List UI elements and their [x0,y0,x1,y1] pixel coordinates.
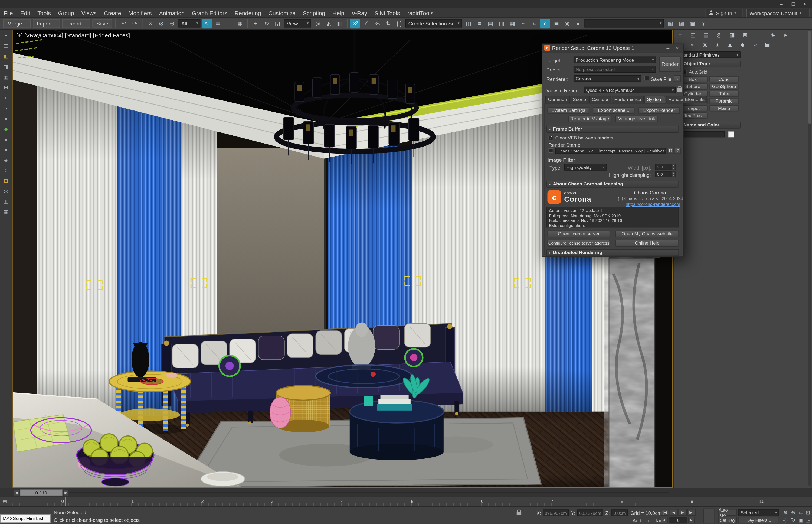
left-tool-icon[interactable]: ▲ [2,135,11,143]
create-selection-set-dropdown[interactable]: Create Selection Se▾ [406,19,462,28]
selection-lock-icon[interactable] [517,511,521,515]
render-stamp-checkbox[interactable] [548,148,553,153]
preset-dropdown[interactable]: No preset selected▾ [574,66,656,72]
menu-edit[interactable]: Edit [17,9,34,18]
maximize-viewport-icon[interactable]: ◳ [804,517,811,523]
open-license-server-button[interactable]: Open license server [547,231,610,238]
edit-named-selection-sets-icon[interactable]: { } [394,18,404,28]
tab-camera[interactable]: Camera [589,96,611,103]
select-by-name-icon[interactable]: ▤ [213,18,223,28]
display-filter-icon[interactable]: ▨ [677,18,687,28]
export-render-button[interactable]: Export+Render [638,107,680,114]
scene-explorer-icon[interactable]: ▥ [496,18,506,28]
create-panel-tab[interactable]: + [676,31,684,39]
export-scene-button[interactable]: Export scene... [593,107,635,114]
tab-render-elements[interactable]: Render Elements [665,96,707,103]
frame-buffer-rollout[interactable]: ▾Frame Buffer [546,126,679,133]
save-file-browse-button[interactable]: … [674,75,681,82]
reference-coordinate-dropdown[interactable]: View▾ [284,19,311,28]
left-tool-icon[interactable]: ● [2,115,11,122]
menu-tools[interactable]: Tools [34,9,55,18]
select-and-rotate-icon[interactable]: ↻ [262,18,272,28]
render-button[interactable]: Render [659,56,681,72]
spacewarps-category-icon[interactable]: ◆ [738,40,747,49]
left-tool-icon[interactable]: ○ [2,166,11,174]
use-pivot-point-icon[interactable]: ◎ [313,18,323,28]
menu-file[interactable]: File [0,9,17,18]
next-frame-button[interactable]: ▸ [688,517,695,523]
unlink-selection-icon[interactable]: ⊘ [156,18,166,28]
render-setup-icon[interactable]: ▣ [551,18,561,28]
time-slider[interactable]: 0 / 10 [20,489,63,496]
stamp-reset-button[interactable]: R [667,148,674,154]
curve-editor-icon[interactable]: ~ [518,18,528,28]
menu-rendering[interactable]: Rendering [231,9,265,18]
select-and-scale-icon[interactable]: ◱ [273,18,283,28]
filter-type-dropdown[interactable]: High Quality▾ [564,164,607,170]
systems-category-icon[interactable]: ○ [751,40,759,49]
hierarchy-panel-tab[interactable]: ▤ [702,31,710,39]
field-of-view-icon[interactable]: ◎ [782,517,789,523]
helpers-category-icon[interactable]: ▲ [726,40,734,49]
window-minimize-button[interactable]: – [776,1,787,8]
left-tool-icon[interactable]: ⊡ [2,177,11,185]
current-frame-marker[interactable] [65,497,66,506]
rendered-frame-window-icon[interactable]: ◉ [562,18,572,28]
select-and-link-icon[interactable]: ∝ [145,18,155,28]
primitive-cone-button[interactable]: Cone [709,76,739,82]
menu-help[interactable]: Help [329,9,348,18]
zoom-all-icon[interactable]: ⊖ [790,509,797,515]
panel-extra-icon[interactable]: ◈ [769,31,777,39]
primitive-geosphere-button[interactable]: GeoSphere [709,83,739,89]
primitive-pyramid-button[interactable]: Pyramid [709,98,739,104]
redo-icon[interactable]: ↷ [130,18,140,28]
snaps-toggle-icon[interactable]: 3² [351,18,360,28]
render-in-vantage-button[interactable]: Render in Vantage [569,116,611,122]
go-to-end-button[interactable]: ▶| [687,509,696,515]
material-editor-icon[interactable]: ◐ [540,18,550,28]
menu-views[interactable]: Views [78,9,100,18]
left-tool-icon[interactable]: ◎ [2,187,11,195]
left-tool-icon[interactable]: ◑ [2,104,11,112]
selection-filter-dropdown[interactable]: All▾ [179,19,201,28]
menu-group[interactable]: Group [54,9,78,18]
play-button[interactable]: ▶ [678,509,687,515]
timeline-ruler[interactable]: ▤ 0 1 2 3 4 5 6 7 8 9 10 [0,497,812,507]
lights-category-icon[interactable]: ◉ [701,40,709,49]
name-color-rollout[interactable]: ▾Name and Color [677,122,741,129]
view-to-render-dropdown[interactable]: Quad 4 - VRayCam004▾ [584,87,676,94]
object-name-field[interactable] [679,131,725,137]
maxscript-mini-listener[interactable]: MAXScript Mini List [0,514,51,523]
left-tool-icon[interactable]: ▧ [2,208,11,216]
stamp-help-button[interactable]: ? [675,148,681,154]
object-type-rollout[interactable]: ▾Object Type [677,61,741,67]
viewport-lock-icon[interactable] [677,88,682,92]
zoom-extents-icon[interactable]: ▭ [797,509,805,515]
menu-customize[interactable]: Customize [265,9,299,18]
modify-panel-tab[interactable]: ◱ [689,31,697,39]
panel-scrollbar[interactable] [809,31,811,486]
online-help-button[interactable]: Online Help [615,240,679,247]
undo-icon[interactable]: ↶ [119,18,129,28]
object-color-swatch[interactable] [728,131,734,137]
highlight-clamping-spinner[interactable]: ▴▾ [671,171,676,177]
workspaces-dropdown[interactable]: Workspaces: Default ▾ [746,9,810,17]
z-coordinate-field[interactable]: 0.0cm [611,509,628,516]
layer-manager-icon[interactable]: ▤ [486,18,495,28]
add-time-tag[interactable]: Add Time Tag [632,518,663,523]
select-and-move-icon[interactable]: + [251,18,261,28]
system-settings-button[interactable]: System Settings [547,107,589,114]
menu-modifiers[interactable]: Modifiers [125,9,155,18]
left-tool-icon[interactable]: ▥ [2,197,11,205]
schematic-view-icon[interactable]: # [529,18,539,28]
percent-snap-icon[interactable]: % [372,18,382,28]
save-button[interactable]: Save [92,19,113,28]
primitive-category-dropdown[interactable]: Standard Primitives▾ [677,51,741,58]
motion-panel-tab[interactable]: ◎ [715,31,723,39]
rectangular-selection-region-icon[interactable]: ▭ [224,18,234,28]
export-button[interactable]: Export... [62,19,90,28]
render-stamp-field[interactable]: Chaos Corona | %c | Time: %pt | Passes: … [555,148,666,154]
zoom-icon[interactable]: ⊕ [782,509,789,515]
dialog-close-button[interactable]: × [674,45,681,51]
left-tool-icon[interactable]: ◆ [2,125,11,133]
